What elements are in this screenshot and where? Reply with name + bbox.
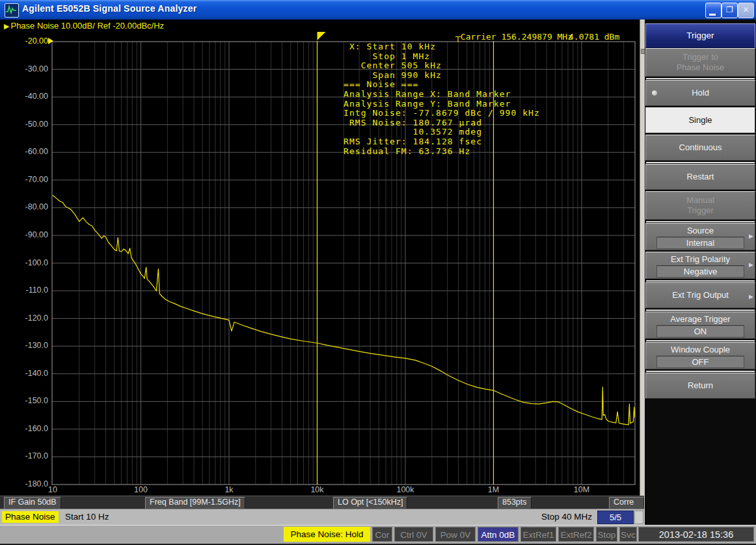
y-axis-label: -100.0 <box>1 258 48 267</box>
y-axis-label: -160.0 <box>1 424 48 433</box>
page-indicator[interactable]: 5/5 <box>597 511 634 524</box>
measurement-settings-bar: IF Gain 50dB Freq Band [99M-1.5GHz] LO O… <box>0 496 644 509</box>
x-axis-label: 10k <box>304 485 331 494</box>
sidebar-button-manual-trigger: Manual Trigger <box>645 191 755 220</box>
menu-separator <box>646 371 755 372</box>
minimize-button[interactable] <box>705 3 722 18</box>
x-axis-label: 10M <box>569 485 595 494</box>
menu-separator <box>646 221 755 222</box>
softkey-value: Negative <box>656 265 744 278</box>
y-axis-label: -90.00 <box>1 230 48 239</box>
y-axis-label: -50.00 <box>1 120 48 129</box>
band-marker-flag-icon <box>317 32 326 40</box>
x-axis-label: 100k <box>392 485 418 494</box>
freq-band-button[interactable]: Freq Band [99M-1.5GHz] <box>145 497 245 509</box>
sweep-start-label: Start 10 Hz <box>65 512 109 522</box>
softkey-label: Window Couple <box>646 345 755 354</box>
y-axis-label: -110.0 <box>1 286 48 295</box>
menu-separator <box>646 310 755 311</box>
y-axis-label: -30.00 <box>1 64 48 73</box>
window-titlebar[interactable]: Agilent E5052B Signal Source Analyzer ❐ … <box>0 0 756 20</box>
sidebar-button-average-trigger[interactable]: Average TriggerON <box>645 312 755 339</box>
selected-bullet-icon <box>652 90 657 96</box>
status-cor: Cor <box>372 527 392 542</box>
sweep-stop-label: Stop 40 MHz <box>541 512 592 522</box>
y-axis-label: -80.00 <box>1 202 48 211</box>
softkey-value: OFF <box>656 356 744 368</box>
softkey-label: Source <box>646 226 755 235</box>
menu-separator <box>646 162 755 163</box>
sidebar-button-continuous[interactable]: Continuous <box>645 135 755 161</box>
y-axis-label: -70.00 <box>1 175 48 184</box>
x-axis-label: 10 <box>40 485 66 494</box>
plot-header: ▶Phase Noise 10.00dB/ Ref -20.00dBc/Hz <box>4 21 164 31</box>
carrier-frequency-label: ┬Carrier 156.249879 MHz <box>455 32 573 42</box>
sidebar-button-source[interactable]: SourceInternal▶ <box>645 223 755 250</box>
app-icon <box>5 3 19 18</box>
status-stop: Stop <box>596 527 617 542</box>
phase-noise-plot: ▶Phase Noise 10.00dB/ Ref -20.00dBc/Hz ┬… <box>0 20 640 496</box>
y-axis-label: -140.0 <box>1 369 48 378</box>
status-extref1: ExtRef1 <box>520 527 556 542</box>
y-axis-label: -170.0 <box>1 451 48 460</box>
active-trace-marker-icon: ▶ <box>4 22 9 30</box>
sidebar-button-trigger-to-phase-noise: Trigger to Phase Noise <box>645 48 755 77</box>
menu-title: Trigger <box>645 23 755 48</box>
plot-scale-label: Phase Noise 10.00dB/ Ref -20.00dBc/Hz <box>10 21 164 31</box>
submenu-arrow-icon: ▶ <box>749 233 753 239</box>
window-title: Agilent E5052B Signal Source Analyzer <box>22 3 196 14</box>
correlation-button[interactable]: Corre 5 <box>609 497 644 509</box>
status-datetime: 2013-02-18 15:36 <box>638 527 754 542</box>
sidebar-button-single[interactable]: Single <box>645 107 755 133</box>
close-button[interactable]: ✕ <box>738 3 754 18</box>
softkey-menu: Trigger Trigger to Phase NoiseHoldSingle… <box>645 20 756 525</box>
y-axis-label: -120.0 <box>1 313 48 323</box>
softkey-label: Average Trigger <box>646 314 755 324</box>
lo-opt-button[interactable]: LO Opt [<150kHz] <box>333 497 407 509</box>
y-axis-label: -60.00 <box>1 147 48 156</box>
status-pow: Pow 0V <box>435 527 476 542</box>
submenu-arrow-icon: ▶ <box>749 291 753 302</box>
minimize-icon <box>709 14 716 16</box>
sidebar-button-ext-trig-output[interactable]: Ext Trig Output▶ <box>645 282 755 308</box>
status-attn: Attn 0dB <box>478 527 519 542</box>
sweep-range-bar: Phase Noise Start 10 Hz Stop 40 MHz 5/5 <box>0 509 644 525</box>
restore-button[interactable]: ❐ <box>722 3 738 18</box>
menu-separator <box>646 78 755 79</box>
sidebar-button-return[interactable]: Return <box>645 373 755 399</box>
status-svc: Svc <box>619 527 637 542</box>
sidebar-button-restart[interactable]: Restart <box>645 164 755 190</box>
plot-canvas <box>0 20 640 496</box>
if-gain-button[interactable]: IF Gain 50dB <box>4 497 61 509</box>
x-axis-label: 1M <box>481 485 507 494</box>
carrier-power-label: 4.0781 dBm <box>569 32 619 42</box>
softkey-value: Internal <box>656 237 744 249</box>
reference-level-arrow-icon <box>48 38 53 44</box>
instrument-status-bar: Phase Noise: Hold Cor Ctrl 0V Pow 0V Att… <box>0 525 756 545</box>
menu-separator <box>646 280 755 282</box>
y-axis-label: -40.00 <box>1 92 48 101</box>
softkey-label: Ext Trig Polarity <box>646 254 755 264</box>
noise-analysis-readout: X: Start 10 kHz Stop 1 MHz Center 505 kH… <box>344 42 540 156</box>
submenu-arrow-icon: ▶ <box>749 261 753 268</box>
status-extref2: ExtRef2 <box>558 527 594 542</box>
page-indicator-spacer <box>634 511 643 524</box>
status-ctrl: Ctrl 0V <box>394 527 433 542</box>
softkey-value: ON <box>656 325 744 338</box>
points-button[interactable]: 853pts <box>498 497 532 509</box>
x-axis-label: 100 <box>128 485 154 494</box>
x-axis-label: 1k <box>216 485 242 494</box>
active-measurement-tag[interactable]: Phase Noise <box>2 511 59 523</box>
sidebar-button-window-couple[interactable]: Window CoupleOFF <box>645 342 755 369</box>
menu-separator <box>646 340 755 341</box>
y-axis-label: -20.00 <box>1 36 48 46</box>
sidebar-button-ext-trig-polarity[interactable]: Ext Trig PolarityNegative▶ <box>645 252 755 279</box>
sidebar-button-hold[interactable]: Hold <box>645 80 755 106</box>
y-axis-label: -150.0 <box>1 396 48 405</box>
y-axis-label: -130.0 <box>1 341 48 350</box>
measurement-status-badge: Phase Noise: Hold <box>284 527 370 542</box>
